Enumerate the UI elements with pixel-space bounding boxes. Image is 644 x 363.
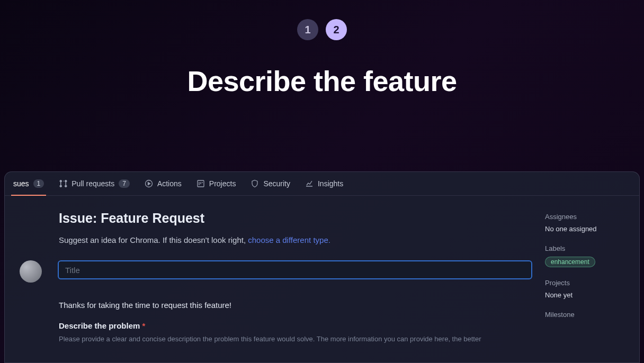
tab-security[interactable]: Security [251, 179, 290, 195]
tab-issues[interactable]: sues 1 [13, 179, 44, 195]
repo-tabs: sues 1 Pull requests 7 Actions Projects [5, 172, 639, 196]
choose-type-link[interactable]: choose a different type. [248, 235, 330, 244]
labels-label: Labels [545, 244, 624, 252]
milestone-label: Milestone [545, 311, 624, 319]
github-panel: sues 1 Pull requests 7 Actions Projects [4, 171, 640, 363]
assignees-value: No one assigned [545, 225, 624, 233]
issue-heading: Issue: Feature Request [59, 211, 532, 226]
step-2-badge[interactable]: 2 [326, 19, 347, 40]
avatar [20, 260, 42, 283]
step-1-badge[interactable]: 1 [297, 19, 318, 40]
projects-label: Projects [545, 279, 624, 287]
label-chip-enhancement[interactable]: enhancement [545, 257, 595, 267]
describe-problem-text: Describe the problem [59, 321, 140, 330]
describe-problem-hint: Please provide a clear and concise descr… [59, 334, 532, 344]
tab-pulls-count: 7 [119, 179, 130, 188]
issue-sidebar: Assignees No one assigned Labels enhance… [545, 211, 624, 344]
describe-problem-label: Describe the problem * [59, 321, 532, 330]
tab-insights[interactable]: Insights [305, 179, 343, 195]
labels-section[interactable]: Labels enhancement [545, 244, 624, 267]
graph-icon [305, 179, 314, 188]
tab-actions-label: Actions [157, 179, 182, 188]
tab-issues-label: sues [13, 179, 29, 188]
tab-insights-label: Insights [318, 179, 343, 188]
tab-projects-label: Projects [209, 179, 236, 188]
issue-subtitle: Suggest an idea for Chroma. If this does… [59, 235, 532, 244]
assignees-section[interactable]: Assignees No one assigned [545, 213, 624, 233]
issue-subtitle-text: Suggest an idea for Chroma. If this does… [59, 235, 248, 244]
git-pull-request-icon [59, 179, 67, 188]
assignees-label: Assignees [545, 213, 624, 221]
thanks-text: Thanks for taking the time to request th… [59, 301, 532, 310]
shield-icon [251, 179, 259, 188]
step-indicator: 1 2 [0, 19, 644, 40]
tab-issues-count: 1 [33, 179, 44, 188]
hero-title: Describe the feature [0, 65, 644, 97]
tab-security-label: Security [263, 179, 290, 188]
tab-projects[interactable]: Projects [196, 179, 236, 195]
tab-actions[interactable]: Actions [145, 179, 182, 195]
milestone-section[interactable]: Milestone [545, 311, 624, 319]
required-mark: * [142, 321, 146, 330]
tab-pulls-label: Pull requests [71, 179, 114, 188]
play-icon [145, 179, 153, 188]
projects-value: None yet [545, 291, 624, 299]
issue-title-input[interactable] [58, 260, 532, 279]
tab-pull-requests[interactable]: Pull requests 7 [59, 179, 130, 195]
projects-section[interactable]: Projects None yet [545, 279, 624, 299]
project-icon [196, 179, 205, 188]
